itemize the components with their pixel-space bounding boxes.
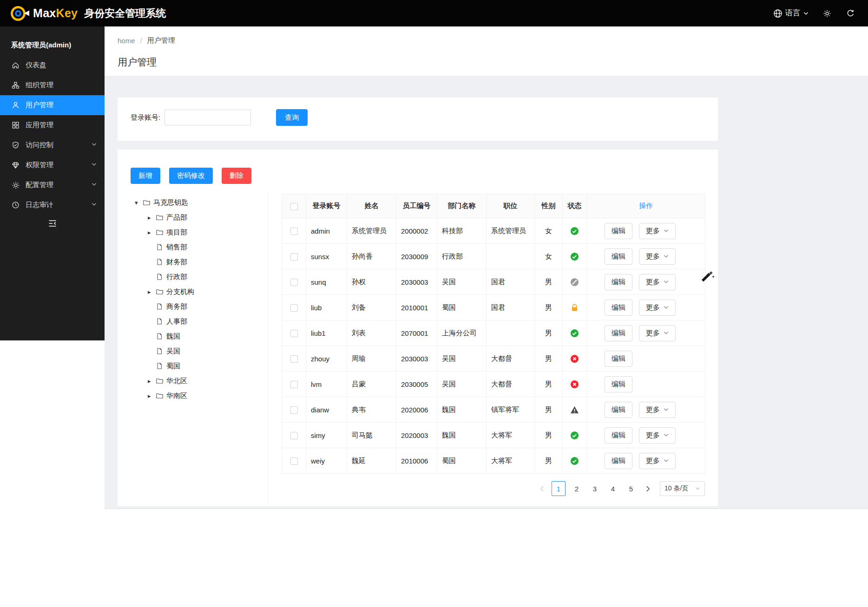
- table-row: liub刘备2010001蜀国国君男编辑更多: [282, 295, 705, 320]
- login-account-input[interactable]: [164, 110, 251, 125]
- more-button[interactable]: 更多: [639, 274, 676, 290]
- more-button[interactable]: 更多: [639, 248, 676, 265]
- edit-button[interactable]: 编辑: [605, 453, 632, 469]
- caret-right-icon[interactable]: ▸: [148, 215, 155, 221]
- add-button[interactable]: 新增: [131, 168, 160, 184]
- sidebar-item-label: 配置管理: [26, 181, 53, 189]
- tree-item-label: 吴国: [166, 347, 180, 356]
- tree-item[interactable]: 行政部: [118, 269, 268, 284]
- status-active-icon: [570, 252, 579, 261]
- tree-item[interactable]: 商务部: [118, 299, 268, 314]
- more-button[interactable]: 更多: [639, 223, 676, 239]
- pagination-pages: 12345: [552, 481, 638, 496]
- cell-position: [487, 320, 535, 346]
- language-label: 语言: [785, 8, 800, 18]
- more-button[interactable]: 更多: [639, 325, 676, 341]
- caret-right-icon[interactable]: ▸: [148, 378, 155, 384]
- page-button-1[interactable]: 1: [552, 481, 566, 496]
- sidebar-item-perm[interactable]: 权限管理: [0, 155, 105, 175]
- tree-item[interactable]: 魏国: [118, 329, 268, 344]
- tree-item[interactable]: 蜀国: [118, 359, 268, 373]
- language-selector[interactable]: 语言: [773, 8, 809, 18]
- chevron-down-icon: [664, 280, 669, 284]
- cell-name: 刘备: [347, 295, 396, 320]
- page-button-3[interactable]: 3: [588, 481, 602, 496]
- query-button[interactable]: 查询: [276, 109, 308, 126]
- sidebar-item-users[interactable]: 用户管理: [0, 95, 105, 115]
- row-checkbox[interactable]: [290, 355, 298, 363]
- tree-item[interactable]: 销售部: [118, 240, 268, 255]
- caret-down-icon[interactable]: ▾: [135, 200, 142, 206]
- select-all-cell: [282, 194, 306, 218]
- row-checkbox[interactable]: [290, 228, 298, 235]
- sidebar-item-dashboard[interactable]: 仪表盘: [0, 55, 105, 75]
- sidebar-item-access[interactable]: 访问控制: [0, 135, 105, 155]
- tree-item[interactable]: ▾马克思钥匙: [118, 195, 268, 210]
- tree-item[interactable]: ▸华南区: [118, 388, 268, 403]
- org-tree: ▾马克思钥匙▸产品部▸项目部销售部财务部行政部▸分支机构商务部人事部魏国吴国蜀国…: [118, 194, 268, 503]
- column-header: 登录账号: [306, 194, 347, 218]
- row-checkbox[interactable]: [290, 381, 298, 388]
- cell-employee-id: 2020003: [396, 423, 437, 448]
- sidebar-item-apps[interactable]: 应用管理: [0, 115, 105, 135]
- more-button[interactable]: 更多: [639, 402, 676, 418]
- edit-button[interactable]: 编辑: [605, 351, 632, 367]
- chevron-down-icon: [664, 306, 669, 309]
- chevron-down-icon: [664, 408, 669, 411]
- select-all-checkbox[interactable]: [290, 203, 298, 210]
- delete-button[interactable]: 删除: [222, 168, 251, 184]
- user-table-body: admin系统管理员2000002科技部系统管理员女编辑更多sunsx孙尚香20…: [282, 218, 705, 474]
- edit-button[interactable]: 编辑: [605, 325, 632, 341]
- prev-page-button[interactable]: [536, 481, 547, 496]
- tree-item[interactable]: 财务部: [118, 255, 268, 269]
- cell-name: 司马懿: [347, 423, 396, 448]
- cell-gender: 男: [535, 423, 563, 448]
- edit-button[interactable]: 编辑: [605, 274, 632, 290]
- page-button-4[interactable]: 4: [606, 481, 620, 496]
- tree-item[interactable]: ▸项目部: [118, 225, 268, 240]
- edit-button[interactable]: 编辑: [605, 427, 632, 444]
- caret-right-icon[interactable]: ▸: [148, 229, 155, 235]
- more-button[interactable]: 更多: [639, 300, 676, 316]
- edit-button[interactable]: 编辑: [605, 376, 632, 392]
- edit-button[interactable]: 编辑: [605, 248, 632, 265]
- change-password-button[interactable]: 密码修改: [169, 168, 213, 184]
- more-button[interactable]: 更多: [639, 453, 676, 469]
- logout-refresh-icon[interactable]: [846, 9, 855, 18]
- page-button-2[interactable]: 2: [570, 481, 584, 496]
- next-page-button[interactable]: [642, 481, 653, 496]
- row-checkbox[interactable]: [290, 279, 298, 286]
- sidebar-item-audit[interactable]: 日志审计: [0, 195, 105, 215]
- menu-fold-icon[interactable]: [48, 219, 57, 228]
- more-button[interactable]: 更多: [639, 427, 676, 444]
- row-checkbox[interactable]: [290, 253, 298, 261]
- page-size-select[interactable]: 10 条/页: [660, 481, 705, 496]
- caret-right-icon[interactable]: ▸: [148, 393, 155, 399]
- tree-item[interactable]: ▸分支机构: [118, 284, 268, 299]
- page-button-5[interactable]: 5: [624, 481, 638, 496]
- tree-item-label: 产品部: [166, 213, 187, 222]
- caret-right-icon[interactable]: ▸: [148, 289, 155, 295]
- edit-button[interactable]: 编辑: [605, 223, 632, 239]
- sidebar-item-org[interactable]: 组织管理: [0, 75, 105, 95]
- row-checkbox[interactable]: [290, 457, 298, 465]
- breadcrumb: home / 用户管理: [118, 36, 175, 45]
- breadcrumb-home[interactable]: home: [118, 37, 135, 45]
- tree-item-label: 商务部: [166, 302, 187, 311]
- sidebar-item-config[interactable]: 配置管理: [0, 175, 105, 195]
- edit-button[interactable]: 编辑: [605, 402, 632, 418]
- row-checkbox[interactable]: [290, 304, 298, 312]
- row-checkbox[interactable]: [290, 406, 298, 414]
- row-checkbox[interactable]: [290, 330, 298, 337]
- user-table: 登录账号姓名员工编号部门名称职位性别状态操作 admin系统管理员2000002…: [282, 194, 705, 474]
- column-header: 姓名: [347, 194, 396, 218]
- edit-button[interactable]: 编辑: [605, 300, 632, 316]
- tree-item[interactable]: 吴国: [118, 344, 268, 359]
- tree-item[interactable]: 人事部: [118, 314, 268, 329]
- settings-gear-icon[interactable]: [822, 9, 832, 18]
- tree-item[interactable]: ▸华北区: [118, 373, 268, 388]
- cell-account: zhouy: [306, 346, 347, 372]
- chevron-down-icon: [664, 433, 669, 437]
- row-checkbox[interactable]: [290, 432, 298, 439]
- tree-item[interactable]: ▸产品部: [118, 210, 268, 225]
